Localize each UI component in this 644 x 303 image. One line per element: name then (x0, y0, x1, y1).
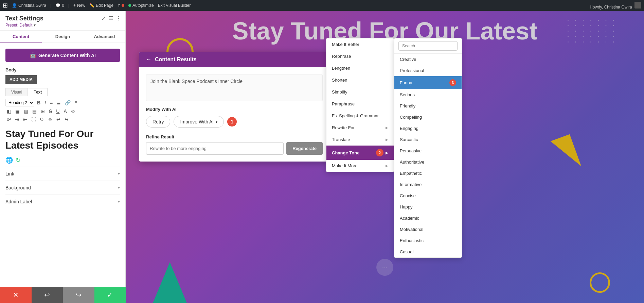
tone-item-friendly[interactable]: Friendly (394, 100, 462, 112)
refine-input[interactable] (146, 142, 284, 155)
sidebar-preset: Preset: Default ▾ (5, 23, 43, 28)
editor-tab-visual[interactable]: Visual (5, 88, 28, 96)
tone-item-happy[interactable]: Happy (394, 201, 462, 213)
editor-tab-text[interactable]: Text (28, 88, 48, 96)
strikethrough-button[interactable]: S (48, 108, 53, 115)
underline-button[interactable]: U (55, 108, 61, 115)
undo-bottom-button[interactable]: ↩ (32, 287, 63, 303)
make-more-arrow-icon: ▶ (386, 164, 388, 168)
expand-icon[interactable]: ⤢ (101, 15, 106, 21)
bold-button[interactable]: B (36, 99, 42, 106)
tone-item-concise[interactable]: Concise (394, 190, 462, 201)
menu-item-change-tone[interactable]: Change Tone 2 ▶ (326, 146, 394, 160)
menu-item-paraphrase[interactable]: Paraphrase (326, 98, 394, 110)
italic-button[interactable]: I (43, 99, 47, 106)
quote-button[interactable]: ❝ (73, 99, 79, 106)
toolbar-row-1: Heading 2 B I ≡ ≣ 🔗 ❝ (5, 99, 120, 106)
ai-context-menu: Make It Better Rephrase Lengthen Shorten… (326, 38, 394, 172)
ai-icon: 🤖 (30, 52, 36, 58)
new-button[interactable]: + New (73, 3, 85, 8)
regenerate-button[interactable]: Regenerate (286, 142, 323, 155)
sidebar-body: 🤖 Generate Content With AI Body ADD MEDI… (0, 43, 125, 287)
wp-logo-icon[interactable]: ⊞ (3, 2, 8, 9)
menu-item-make-more[interactable]: Make It More ▶ (326, 160, 394, 172)
add-media-button[interactable]: ADD MEDIA (5, 75, 37, 84)
tone-item-engaging[interactable]: Engaging (394, 123, 462, 134)
admin-label-section[interactable]: Admin Label ▾ (5, 195, 120, 208)
menu-item-simplify[interactable]: Simplify (326, 86, 394, 98)
undo-button[interactable]: ↩ (55, 116, 62, 123)
menu-item-shorten[interactable]: Shorten (326, 74, 394, 86)
heading-select[interactable]: Heading 2 (5, 99, 34, 106)
table-button[interactable]: ⊞ (39, 108, 46, 115)
tone-item-compelling[interactable]: Compelling (394, 112, 462, 123)
fullscreen-button[interactable]: ⛶ (30, 116, 37, 123)
outdent-button[interactable]: ⇤ (22, 116, 29, 123)
tone-submenu: CreativeProfessionalFunny3SeriousFriendl… (394, 38, 462, 258)
tab-content[interactable]: Content (0, 31, 42, 43)
tone-item-funny[interactable]: Funny3 (394, 76, 462, 89)
tone-item-persuasive[interactable]: Persuasive (394, 145, 462, 156)
link-section[interactable]: Link ▾ (5, 167, 120, 181)
content-result-text: Join the Blank Space Podcast's Inner Cir… (146, 74, 323, 101)
text-color-button[interactable]: A (62, 108, 68, 115)
toolbar-row-2: ◧ ▣ ▨ ▤ ⊞ S U A ⊘ (5, 108, 120, 115)
columns-icon[interactable]: ☰ (108, 15, 113, 21)
tone-item-professional[interactable]: Professional (394, 65, 462, 76)
improve-ai-button[interactable]: Improve With AI ▾ (174, 116, 224, 128)
align-left-button[interactable]: ◧ (5, 108, 13, 115)
tone-item-informative[interactable]: Informative (394, 179, 462, 190)
tone-item-academic[interactable]: Academic (394, 213, 462, 224)
edit-page-button[interactable]: ✏️ Edit Page (89, 3, 113, 8)
menu-item-fix-spelling[interactable]: Fix Spelling & Grammar (326, 110, 394, 122)
tone-item-enthusiastic[interactable]: Enthusiastic (394, 235, 462, 246)
list-ul-button[interactable]: ≡ (49, 99, 54, 106)
align-justify-button[interactable]: ▤ (31, 108, 38, 115)
redo-button[interactable]: ↪ (63, 116, 70, 123)
step-badge-1[interactable]: 1 (227, 117, 237, 127)
menu-item-rewrite-for[interactable]: Rewrite For ▶ (326, 122, 394, 134)
menu-item-rephrase[interactable]: Rephrase (326, 50, 394, 62)
yoast-status-dot (122, 4, 124, 7)
comment-count[interactable]: 💬 0 (55, 3, 64, 8)
menu-item-lengthen[interactable]: Lengthen (326, 62, 394, 74)
sidebar-icons: ⤢ ☰ ⋮ (101, 15, 121, 21)
tone-item-creative[interactable]: Creative (394, 54, 462, 65)
background-section[interactable]: Background ▾ (5, 181, 120, 195)
emoji-button[interactable]: ☺ (46, 116, 54, 123)
list-ol-button[interactable]: ≣ (55, 99, 62, 106)
special-char-button[interactable]: Ω (39, 116, 45, 123)
autoptimize-item[interactable]: Autoptimize (128, 3, 154, 8)
clear-format-button[interactable]: ⊘ (70, 108, 76, 115)
refresh-icon[interactable]: ↻ (16, 156, 21, 164)
align-center-button[interactable]: ▣ (14, 108, 21, 115)
tab-advanced[interactable]: Advanced (84, 31, 125, 43)
tone-item-serious[interactable]: Serious (394, 89, 462, 100)
save-button[interactable]: ✓ (94, 287, 126, 303)
generate-ai-button[interactable]: 🤖 Generate Content With AI (5, 49, 120, 62)
align-right-button[interactable]: ▨ (22, 108, 30, 115)
exit-builder-button[interactable]: Exit Visual Builder (158, 3, 191, 8)
refine-label: Refine Result (146, 134, 323, 139)
tone-item-casual[interactable]: Casual (394, 246, 462, 257)
indent-button[interactable]: ⇥ (14, 116, 20, 123)
earth-icon[interactable]: 🌐 (5, 156, 13, 164)
link-chevron-icon: ▾ (118, 171, 120, 176)
yoast-icon[interactable]: Y (118, 3, 124, 8)
close-button[interactable]: ✕ (0, 287, 32, 303)
redo-bottom-button[interactable]: ↪ (63, 287, 94, 303)
tone-item-sarcastic[interactable]: Sarcastic (394, 134, 462, 145)
tab-design[interactable]: Design (42, 31, 84, 43)
tone-item-empathetic[interactable]: Empathetic (394, 168, 462, 179)
retry-button[interactable]: Retry (146, 116, 170, 128)
menu-item-translate[interactable]: Translate ▶ (326, 134, 394, 146)
tone-item-authoritative[interactable]: Authoritative (394, 156, 462, 168)
tone-search-input[interactable] (398, 41, 458, 51)
link-button[interactable]: 🔗 (64, 99, 72, 106)
superscript-button[interactable]: x² (5, 116, 12, 123)
back-arrow-icon[interactable]: ← (146, 56, 151, 63)
menu-item-make-better[interactable]: Make It Better (326, 38, 394, 50)
site-name[interactable]: 👤 Christina Gwira (12, 3, 46, 8)
more-icon[interactable]: ⋮ (116, 15, 121, 21)
tone-item-motivational[interactable]: Motivational (394, 224, 462, 235)
